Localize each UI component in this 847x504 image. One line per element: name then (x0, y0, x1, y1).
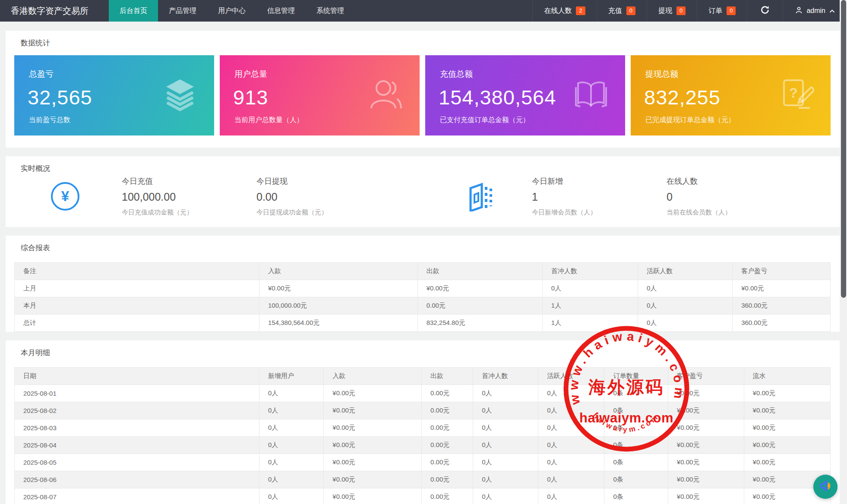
table-cell: ¥0.00元 (668, 419, 744, 437)
table-cell: 2025-08-06 (15, 471, 259, 488)
realtime-content: ¥ 今日充值100,000.00今日充值成功金额（元）今日提现0.00今日提现成… (6, 173, 840, 227)
table-cell: 上月 (15, 280, 259, 297)
audio-notification-button[interactable] (813, 475, 838, 499)
realtime-stat-label: 今日新增 (532, 176, 667, 186)
nav-status-label: 在线人数 (544, 6, 572, 16)
stat-card-label: 充值总额 (440, 69, 473, 80)
nav-status-group: 在线人数2充值0提现0订单0 (532, 0, 747, 22)
table-cell: 2025-08-05 (15, 454, 259, 471)
realtime-stat-caption: 今日新增会员数（人） (532, 208, 667, 217)
nav-status-label: 提现 (658, 6, 672, 16)
table-cell: ¥0.00元 (417, 280, 542, 297)
table-cell: 0.00元 (422, 402, 473, 419)
column-header: 客户盈亏 (668, 368, 744, 385)
refresh-icon (760, 5, 770, 16)
nav-tab-system[interactable]: 系统管理 (306, 0, 355, 22)
stat-card-withdraw-total: 提现总额832,255已完成提现订单总金额（元）? (631, 55, 831, 135)
table-cell: 0人 (638, 315, 732, 332)
count-badge: 0 (676, 6, 686, 15)
table-cell: ¥0.00元 (324, 488, 422, 504)
table-row: 本月100,000.00元0.00元1人0人360.00元 (15, 297, 831, 315)
column-header: 首冲人数 (473, 368, 538, 385)
table-cell: ¥0.00元 (744, 385, 830, 402)
table-cell: 1人 (542, 297, 638, 315)
table-cell: ¥0.00元 (668, 488, 744, 504)
table-cell: 0人 (473, 402, 538, 419)
table-cell: 0人 (259, 471, 324, 488)
table-cell: 0人 (638, 280, 732, 297)
column-header: 出款 (417, 263, 542, 280)
table-cell: 0人 (473, 385, 538, 402)
table-cell: ¥0.00元 (324, 454, 422, 471)
table-cell: 2025-08-04 (15, 437, 259, 454)
table-cell: 0条 (604, 385, 668, 402)
stat-card-label: 总盈亏 (29, 69, 54, 80)
nav-tab-home[interactable]: 后台首页 (109, 0, 158, 22)
column-header: 新增用户 (259, 368, 324, 385)
navbar-right: 在线人数2充值0提现0订单0 admin (532, 0, 847, 22)
vertical-scrollbar[interactable] (840, 0, 847, 504)
nav-status-online[interactable]: 在线人数2 (532, 0, 596, 22)
scrollbar-thumb[interactable] (841, 0, 846, 298)
table-cell: ¥0.00元 (733, 280, 831, 297)
table-cell: 0人 (538, 385, 604, 402)
table-cell: 0人 (638, 297, 732, 315)
table-cell: 100,000.00元 (259, 297, 418, 315)
column-header: 备注 (15, 263, 259, 280)
column-header: 出款 (422, 368, 473, 385)
table-row: 总计154,380,564.00元832,254.80元1人0人360.00元 (15, 315, 831, 332)
page-content: 数据统计 总盈亏32,565当前盈亏总数用户总量913当前用户总数量（人）充值总… (0, 22, 847, 504)
table-cell: 0人 (259, 454, 324, 471)
count-badge: 0 (626, 6, 635, 15)
user-menu[interactable]: admin (783, 0, 847, 22)
column-header: 入款 (259, 263, 418, 280)
section-title-month-detail: 本月明细 (6, 340, 840, 357)
realtime-stat-value: 100,000.00 (122, 191, 256, 203)
table-cell: 0条 (604, 437, 668, 454)
realtime-stat-caption: 今日提现成功金额（元） (256, 208, 391, 217)
speaker-icon (818, 478, 833, 495)
realtime-stat-online-count: 在线人数0当前在线会员数（人） (667, 176, 801, 217)
table-cell: 2025-08-02 (15, 402, 259, 419)
nav-tab-product[interactable]: 产品管理 (158, 0, 207, 22)
column-header: 日期 (15, 368, 259, 385)
realtime-stat-caption: 今日充值成功金额（元） (122, 208, 256, 217)
table-cell: 0人 (473, 419, 538, 437)
section-title-summary: 综合报表 (6, 236, 840, 252)
table-cell: ¥0.00元 (744, 454, 830, 471)
table-cell: 2025-08-03 (15, 419, 259, 437)
realtime-stat-today-new: 今日新增1今日新增会员数（人） (532, 176, 667, 217)
nav-tab-user[interactable]: 用户中心 (207, 0, 256, 22)
table-cell: ¥0.00元 (744, 437, 830, 454)
table-cell: 2025-08-01 (15, 385, 259, 402)
table-cell: 832,254.80元 (417, 315, 542, 332)
nav-status-label: 充值 (608, 6, 622, 16)
table-cell: ¥0.00元 (668, 454, 744, 471)
table-cell: 0.00元 (422, 385, 473, 402)
table-cell: 0.00元 (422, 437, 473, 454)
nav-status-withdraw[interactable]: 提现0 (647, 0, 697, 22)
realtime-panel: 实时概况 ¥ 今日充值100,000.00今日充值成功金额（元）今日提现0.00… (6, 156, 840, 227)
nav-status-recharge[interactable]: 充值0 (597, 0, 647, 22)
realtime-stat-label: 今日提现 (256, 176, 391, 186)
column-header: 首冲人数 (542, 263, 638, 280)
month-detail-table: 日期新增用户入款出款首冲人数活跃人数订单数量客户盈亏流水2025-08-010人… (14, 367, 831, 504)
table-cell: 0人 (259, 402, 324, 419)
table-cell: 1人 (542, 315, 638, 332)
stat-card-profit: 总盈亏32,565当前盈亏总数 (14, 55, 214, 135)
table-row: 上月¥0.00元¥0.00元0人0人¥0.00元 (15, 280, 831, 297)
table-cell: 0条 (604, 402, 668, 419)
stats-cards: 总盈亏32,565当前盈亏总数用户总量913当前用户总数量（人）充值总额154,… (6, 47, 840, 148)
count-badge: 0 (727, 6, 736, 15)
realtime-stat-today-withdraw: 今日提现0.00今日提现成功金额（元） (256, 176, 391, 217)
column-header: 客户盈亏 (733, 263, 831, 280)
table-row: 2025-08-030人¥0.00元0.00元0人0人0条¥0.00元¥0.00… (15, 419, 831, 437)
nav-status-order[interactable]: 订单0 (697, 0, 747, 22)
nav-tab-info[interactable]: 信息管理 (256, 0, 306, 22)
refresh-button[interactable] (747, 0, 783, 22)
table-cell: 0人 (473, 454, 538, 471)
table-cell: 0条 (604, 454, 668, 471)
realtime-stat-today-recharge: 今日充值100,000.00今日充值成功金额（元） (122, 176, 256, 217)
table-cell: 0人 (259, 437, 324, 454)
realtime-left-stats: 今日充值100,000.00今日充值成功金额（元）今日提现0.00今日提现成功金… (79, 176, 391, 217)
